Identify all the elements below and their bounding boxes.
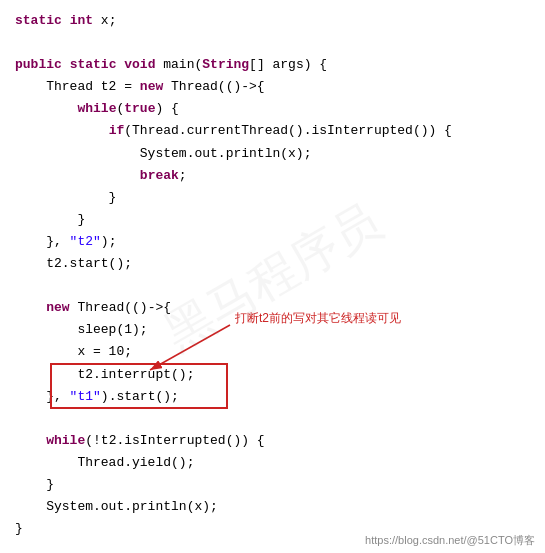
code-container: static int x; public static void main( S… <box>0 0 545 550</box>
code-line-17: t2.interrupt(); <box>15 364 530 386</box>
code-line-23: System.out.println(x); <box>15 496 530 518</box>
code-line-22: } <box>15 474 530 496</box>
code-line-21: Thread.yield(); <box>15 452 530 474</box>
code-line-6: if (Thread.currentThread().isInterrupted… <box>15 120 530 142</box>
code-line-3: public static void main( String [] args)… <box>15 54 530 76</box>
code-line-7: System.out.println(x); <box>15 143 530 165</box>
code-line-18: }, "t1" ).start(); <box>15 386 530 408</box>
code-line-4: Thread t2 = new Thread(()->{ <box>15 76 530 98</box>
code-line-5: while ( true ) { <box>15 98 530 120</box>
keyword-int: int <box>70 10 93 32</box>
code-line-9: } <box>15 187 530 209</box>
code-line-12: t2.start(); <box>15 253 530 275</box>
keyword-static: static <box>15 10 62 32</box>
code-line-10: } <box>15 209 530 231</box>
footer-url: https://blog.csdn.net/@51CTO博客 <box>365 533 535 548</box>
code-line-11: }, "t2" ); <box>15 231 530 253</box>
code-line-20: while (!t2.isInterrupted()) { <box>15 430 530 452</box>
code-line-blank-2 <box>15 275 530 297</box>
code-line-blank-1 <box>15 32 530 54</box>
annotation-text: 打断t2前的写对其它线程读可见 <box>235 310 401 327</box>
code-line-16: x = 10; <box>15 341 530 363</box>
code-line-1: static int x; <box>15 10 530 32</box>
code-line-blank-3 <box>15 408 530 430</box>
code-line-8: break ; <box>15 165 530 187</box>
